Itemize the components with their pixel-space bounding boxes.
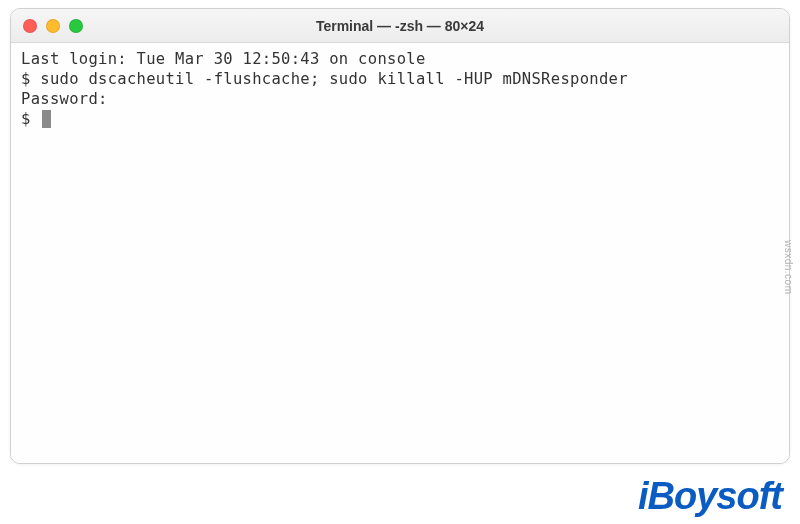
maximize-icon[interactable] — [69, 19, 83, 33]
title-bar: Terminal — -zsh — 80×24 — [11, 9, 789, 43]
window-title: Terminal — -zsh — 80×24 — [11, 18, 789, 34]
watermark-logo: iBoysoft — [638, 475, 782, 518]
cursor-icon — [42, 110, 51, 128]
traffic-lights — [23, 19, 83, 33]
terminal-line-prompt: $ — [21, 109, 779, 129]
terminal-line-password: Password: — [21, 89, 779, 109]
terminal-line-command: $ sudo dscacheutil -flushcache; sudo kil… — [21, 69, 779, 89]
terminal-body[interactable]: Last login: Tue Mar 30 12:50:43 on conso… — [11, 43, 789, 463]
terminal-line-last-login: Last login: Tue Mar 30 12:50:43 on conso… — [21, 49, 779, 69]
close-icon[interactable] — [23, 19, 37, 33]
source-label: wsxdn.com — [783, 240, 794, 295]
minimize-icon[interactable] — [46, 19, 60, 33]
prompt-symbol: $ — [21, 110, 40, 128]
terminal-window: Terminal — -zsh — 80×24 Last login: Tue … — [10, 8, 790, 464]
